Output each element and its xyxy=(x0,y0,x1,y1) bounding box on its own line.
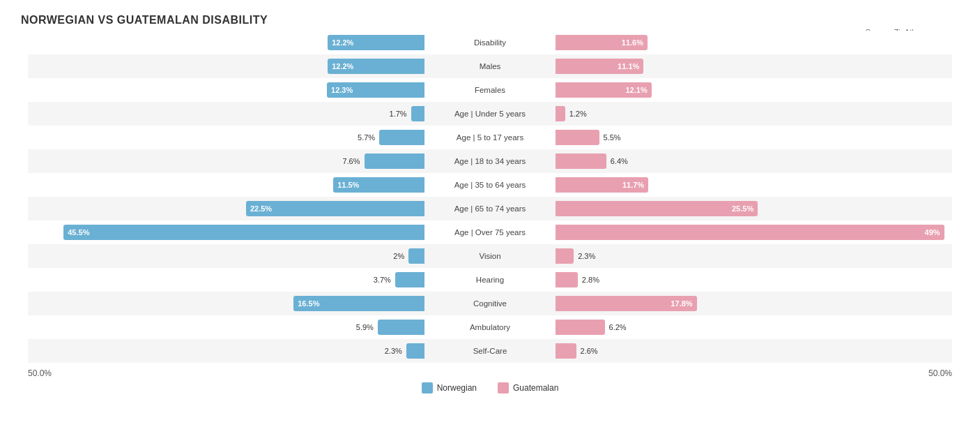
bar-value-guatemalan-inside: 12.1% xyxy=(625,86,651,94)
bar-value-guatemalan-inside: 11.1% xyxy=(618,62,643,70)
right-section: 49% xyxy=(553,225,952,240)
bar-value-norwegian-inside: 12.3% xyxy=(327,86,353,94)
bar-guatemalan: 11.1% xyxy=(556,59,643,74)
left-section: 22.5% xyxy=(28,201,427,216)
bar-guatemalan: 17.8% xyxy=(556,296,697,311)
right-section: 25.5% xyxy=(553,201,952,216)
bar-value-norwegian: 5.7% xyxy=(358,133,375,142)
chart-body: 12.2% Disability 11.6% 12.2% Males 11.1% xyxy=(28,31,952,363)
bar-norwegian xyxy=(378,320,424,335)
bar-value-guatemalan: 1.2% xyxy=(569,110,587,118)
bar-value-norwegian-inside: 11.5% xyxy=(333,181,359,189)
bar-norwegian: 45.5% xyxy=(63,225,424,240)
table-row: 2.3% Self-Care 2.6% xyxy=(28,339,952,363)
legend-label-norwegian: Norwegian xyxy=(437,383,477,393)
right-section: 12.1% xyxy=(553,82,952,98)
bar-norwegian xyxy=(365,153,424,169)
bar-guatemalan: 11.7% xyxy=(556,177,648,193)
left-section: 12.2% xyxy=(28,35,427,50)
bar-category-label: Disability xyxy=(427,38,553,47)
table-row: 11.5% Age | 35 to 64 years 11.7% xyxy=(28,173,952,197)
table-row: 22.5% Age | 65 to 74 years 25.5% xyxy=(28,197,952,220)
bar-guatemalan: 12.1% xyxy=(556,82,652,98)
table-row: 45.5% Age | Over 75 years 49% xyxy=(28,220,952,244)
bar-category-label: Age | 5 to 17 years xyxy=(427,133,553,142)
left-section: 12.3% xyxy=(28,82,427,98)
x-axis-right: 50.0% xyxy=(553,368,952,378)
left-section: 5.9% xyxy=(28,320,427,335)
bar-guatemalan xyxy=(556,248,574,264)
bar-guatemalan xyxy=(556,130,599,145)
bar-guatemalan: 11.6% xyxy=(556,35,648,50)
x-axis-left: 50.0% xyxy=(28,368,427,378)
bar-value-norwegian: 2.3% xyxy=(385,347,402,355)
left-section: 3.7% xyxy=(28,272,427,287)
bar-norwegian xyxy=(411,106,424,121)
legend-guatemalan: Guatemalan xyxy=(498,382,558,394)
bar-category-label: Age | 18 to 34 years xyxy=(427,157,553,165)
bar-norwegian xyxy=(379,130,424,145)
right-section: 2.6% xyxy=(553,343,952,359)
bar-category-label: Age | Under 5 years xyxy=(427,110,553,118)
right-section: 2.3% xyxy=(553,248,952,264)
right-section: 6.2% xyxy=(553,320,952,335)
bar-category-label: Cognitive xyxy=(427,299,553,308)
bar-category-label: Males xyxy=(427,62,553,70)
bar-value-guatemalan: 2.6% xyxy=(581,347,598,355)
bar-norwegian: 22.5% xyxy=(246,201,424,216)
left-section: 7.6% xyxy=(28,153,427,169)
right-section: 2.8% xyxy=(553,272,952,287)
chart-wrapper: 12.2% Disability 11.6% 12.2% Males 11.1% xyxy=(21,31,959,394)
x-axis: 50.0% 50.0% xyxy=(28,368,952,378)
legend-label-guatemalan: Guatemalan xyxy=(513,383,558,393)
table-row: 7.6% Age | 18 to 34 years 6.4% xyxy=(28,149,952,173)
left-section: 5.7% xyxy=(28,130,427,145)
bar-value-norwegian: 7.6% xyxy=(342,157,360,165)
table-row: 12.2% Disability 11.6% xyxy=(28,31,952,54)
right-section: 6.4% xyxy=(553,153,952,169)
bar-guatemalan xyxy=(556,343,576,359)
chart-title: NORWEGIAN VS GUATEMALAN DISABILITY xyxy=(21,14,959,27)
bar-category-label: Self-Care xyxy=(427,347,553,355)
bar-norwegian: 12.2% xyxy=(328,59,424,74)
table-row: 3.7% Hearing 2.8% xyxy=(28,268,952,292)
right-section: 11.1% xyxy=(553,59,952,74)
bar-guatemalan xyxy=(556,272,578,287)
table-row: 5.7% Age | 5 to 17 years 5.5% xyxy=(28,126,952,149)
bar-value-guatemalan-inside: 17.8% xyxy=(671,299,696,308)
right-section: 1.2% xyxy=(553,106,952,121)
bar-value-norwegian-inside: 16.5% xyxy=(293,299,319,308)
bar-norwegian xyxy=(406,343,424,359)
bar-norwegian xyxy=(395,272,424,287)
bar-value-guatemalan-inside: 25.5% xyxy=(732,204,758,213)
bar-category-label: Hearing xyxy=(427,276,553,284)
bar-category-label: Age | 35 to 64 years xyxy=(427,181,553,189)
bar-category-label: Age | 65 to 74 years xyxy=(427,204,553,213)
bar-guatemalan xyxy=(556,320,605,335)
table-row: 16.5% Cognitive 17.8% xyxy=(28,292,952,315)
left-section: 11.5% xyxy=(28,177,427,193)
bar-norwegian: 12.2% xyxy=(328,35,424,50)
bar-value-guatemalan: 5.5% xyxy=(604,133,621,142)
right-section: 11.6% xyxy=(553,35,952,50)
bar-value-guatemalan-inside: 49% xyxy=(925,228,944,237)
bar-value-norwegian: 1.7% xyxy=(390,110,407,118)
bar-value-guatemalan-inside: 11.7% xyxy=(622,181,648,189)
bar-value-guatemalan: 2.3% xyxy=(578,252,595,260)
left-section: 2.3% xyxy=(28,343,427,359)
table-row: 12.2% Males 11.1% xyxy=(28,54,952,78)
table-row: 2% Vision 2.3% xyxy=(28,244,952,268)
bar-category-label: Age | Over 75 years xyxy=(427,228,553,237)
bar-category-label: Ambulatory xyxy=(427,323,553,331)
legend-box-guatemalan xyxy=(498,382,509,394)
legend-box-norwegian xyxy=(422,382,433,394)
bar-guatemalan: 25.5% xyxy=(556,201,758,216)
bar-value-norwegian: 3.7% xyxy=(374,276,391,284)
right-section: 17.8% xyxy=(553,296,952,311)
table-row: 1.7% Age | Under 5 years 1.2% xyxy=(28,102,952,126)
table-row: 12.3% Females 12.1% xyxy=(28,78,952,102)
bar-norwegian: 11.5% xyxy=(333,177,424,193)
legend-norwegian: Norwegian xyxy=(422,382,477,394)
left-section: 45.5% xyxy=(28,225,427,240)
bar-value-norwegian: 2% xyxy=(393,252,404,260)
